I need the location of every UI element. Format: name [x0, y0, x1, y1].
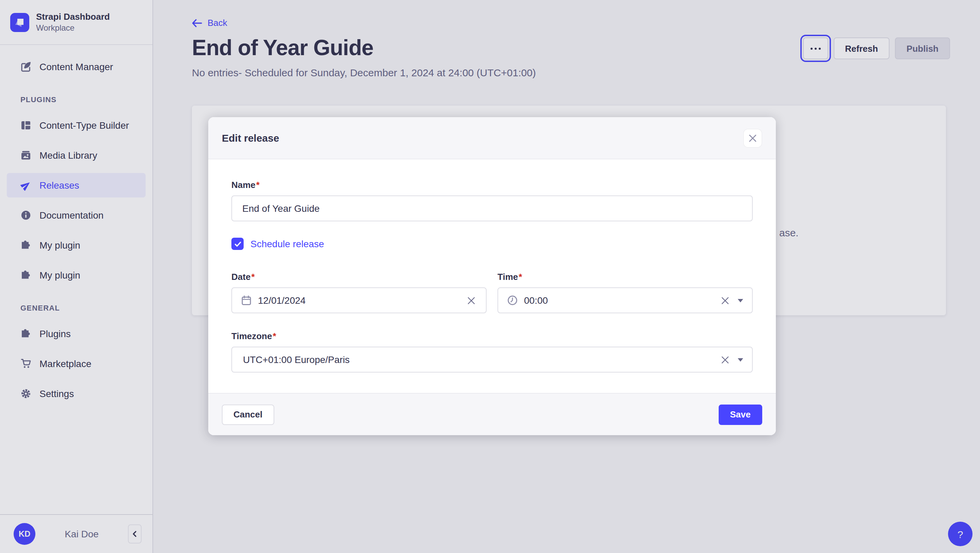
timezone-value: UTC+01:00 Europe/Paris — [243, 354, 719, 365]
app-root: Strapi Dashboard Workplace Content Manag… — [0, 0, 980, 553]
schedule-release-label: Schedule release — [250, 238, 324, 249]
clear-time-icon[interactable] — [719, 296, 731, 305]
clear-timezone-icon[interactable] — [719, 355, 731, 364]
timezone-label: Timezone* — [231, 331, 753, 341]
required-asterisk: * — [256, 180, 259, 190]
timezone-field-group: Timezone* UTC+01:00 Europe/Paris — [231, 331, 753, 373]
timezone-select-field[interactable]: UTC+01:00 Europe/Paris — [231, 347, 753, 373]
date-value: 12/01/2024 — [258, 295, 466, 306]
save-button[interactable]: Save — [718, 404, 762, 425]
schedule-release-toggle[interactable]: Schedule release — [231, 238, 753, 250]
checkbox-checked-icon[interactable] — [231, 238, 243, 250]
required-asterisk: * — [251, 272, 255, 282]
modal-header: Edit release — [208, 117, 776, 159]
edit-release-modal: Edit release Name* Schedule release — [208, 117, 776, 435]
close-modal-button[interactable] — [743, 128, 762, 147]
time-label: Time* — [498, 272, 753, 282]
chevron-down-icon[interactable] — [738, 299, 743, 302]
time-picker-field[interactable]: 00:00 — [498, 287, 753, 313]
required-asterisk: * — [519, 272, 522, 282]
date-picker-field[interactable]: 12/01/2024 — [231, 287, 487, 313]
cancel-button[interactable]: Cancel — [222, 404, 274, 425]
chevron-down-icon[interactable] — [738, 358, 743, 361]
modal-footer: Cancel Save — [208, 393, 776, 435]
date-label: Date* — [231, 272, 487, 282]
name-label: Name* — [231, 180, 753, 190]
clock-icon — [507, 295, 518, 306]
date-field-group: Date* 12/01/2024 — [231, 272, 487, 313]
modal-title: Edit release — [222, 132, 279, 144]
clear-date-icon[interactable] — [466, 296, 477, 305]
time-value: 00:00 — [524, 295, 719, 306]
close-icon — [749, 134, 757, 142]
calendar-icon — [241, 295, 252, 306]
name-field[interactable] — [231, 196, 753, 222]
required-asterisk: * — [272, 331, 276, 341]
modal-body: Name* Schedule release Date* — [208, 159, 776, 393]
time-field-group: Time* 00:00 — [498, 272, 753, 313]
